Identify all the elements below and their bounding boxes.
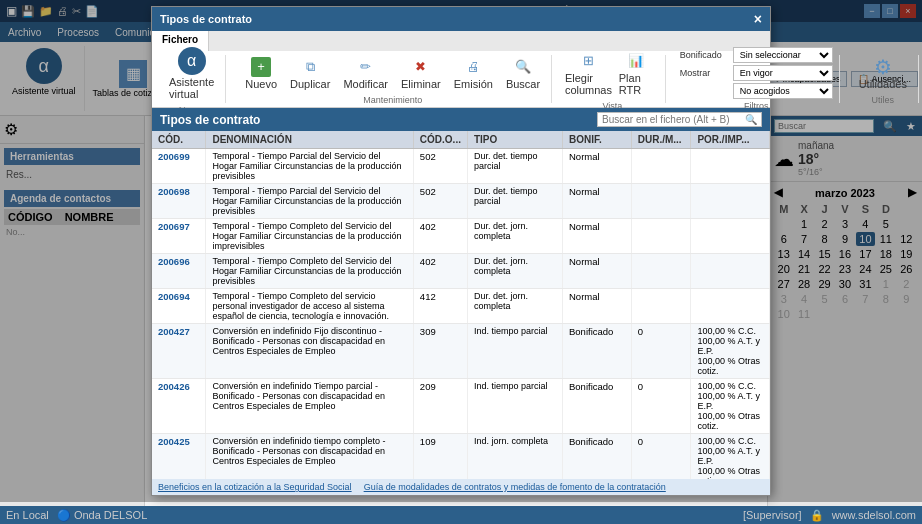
footer-link-1[interactable]: Beneficios en la cotización a la Segurid… bbox=[158, 482, 352, 492]
dialog-title: Tipos de contrato bbox=[160, 13, 252, 25]
mantenimiento-group-label: Mantenimiento bbox=[363, 95, 422, 105]
vista-btns: ⊞ Elegircolumnas 📊 Plan RTR bbox=[566, 48, 659, 99]
eliminar-btn[interactable]: ✖ Eliminar bbox=[396, 54, 446, 93]
table-row[interactable]: 200696 Temporal - Tiempo Completo del Se… bbox=[152, 254, 770, 289]
cell-tipo: Ind. tiempo parcial bbox=[467, 379, 562, 434]
bonificado-label: Bonificado bbox=[680, 50, 730, 60]
plan-rtr-label: Plan RTR bbox=[619, 72, 654, 96]
duplicar-btn[interactable]: ⧉ Duplicar bbox=[285, 54, 335, 93]
cell-bonif: Normal bbox=[562, 219, 631, 254]
cell-bonif: Normal bbox=[562, 149, 631, 184]
plan-rtr-icon: 📊 bbox=[626, 51, 646, 71]
modificar-icon: ✏ bbox=[356, 57, 376, 77]
cell-dur bbox=[631, 289, 691, 324]
dialog-close-button[interactable]: × bbox=[754, 11, 762, 27]
tipos-contrato-dialog: Tipos de contrato × Fichero α Asistentev… bbox=[151, 6, 771, 496]
dialog-search-input[interactable] bbox=[602, 114, 742, 125]
status-right: [Supervisor] 🔒 www.sdelsol.com bbox=[743, 509, 916, 522]
cell-tipo: Dur. det. jorn. completa bbox=[467, 254, 562, 289]
plan-rtr-btn[interactable]: 📊 Plan RTR bbox=[614, 48, 659, 99]
cell-codo: 402 bbox=[413, 254, 467, 289]
dialog-search-icon: 🔍 bbox=[745, 114, 757, 125]
dialog-titlebar: Tipos de contrato × bbox=[152, 7, 770, 31]
cell-codo: 402 bbox=[413, 219, 467, 254]
table-row[interactable]: 200698 Temporal - Tiempo Parcial del Ser… bbox=[152, 184, 770, 219]
cell-code: 200699 bbox=[152, 149, 206, 184]
asistente-virtual-label: Asistentevirtual bbox=[169, 76, 214, 100]
modificar-btn[interactable]: ✏ Modificar bbox=[338, 54, 393, 93]
asistente-virtual-icon: α bbox=[178, 47, 206, 75]
table-row[interactable]: 200427 Conversión en indefinido Fijo dis… bbox=[152, 324, 770, 379]
emision-icon: 🖨 bbox=[463, 57, 483, 77]
status-left: En Local 🔵 Onda DELSOL bbox=[6, 509, 147, 522]
elegir-columnas-icon: ⊞ bbox=[578, 51, 598, 71]
cell-name: Conversión en indefinido tiempo completo… bbox=[206, 434, 413, 480]
cell-bonif: Normal bbox=[562, 289, 631, 324]
nuevo-icon: + bbox=[251, 57, 271, 77]
th-tipo: TIPO bbox=[467, 131, 562, 149]
acogidos-row: No acogidos bbox=[680, 83, 833, 99]
footer-link-2[interactable]: Guía de modalidades de contratos y medid… bbox=[364, 482, 666, 492]
utilidades-icon: ⚙ bbox=[873, 57, 893, 77]
mostrar-select[interactable]: En vigor bbox=[733, 65, 833, 81]
status-local: En Local bbox=[6, 509, 49, 522]
cell-por bbox=[691, 289, 770, 324]
status-onda: 🔵 Onda DELSOL bbox=[57, 509, 147, 522]
duplicar-label: Duplicar bbox=[290, 78, 330, 90]
cell-tipo: Dur. det. jorn. completa bbox=[467, 219, 562, 254]
nuevo-btn[interactable]: + Nuevo bbox=[240, 54, 282, 93]
modificar-label: Modificar bbox=[343, 78, 388, 90]
cell-code: 200694 bbox=[152, 289, 206, 324]
filtros-controls: Bonificado Sin seleccionar Mostrar En vi… bbox=[680, 47, 833, 99]
utilidades-btn[interactable]: ⚙ Utilidades bbox=[854, 54, 912, 93]
cell-por: 100,00 % C.C.100,00 % A.T. y E.P.100,00 … bbox=[691, 434, 770, 480]
cell-por bbox=[691, 149, 770, 184]
cell-por bbox=[691, 219, 770, 254]
cell-name: Temporal - Tiempo Parcial del Servicio d… bbox=[206, 149, 413, 184]
cell-dur: 0 bbox=[631, 434, 691, 480]
cell-codo: 502 bbox=[413, 149, 467, 184]
bonificado-select[interactable]: Sin seleccionar bbox=[733, 47, 833, 63]
cell-por bbox=[691, 184, 770, 219]
table-row[interactable]: 200426 Conversión en indefinido Tiempo p… bbox=[152, 379, 770, 434]
emision-btn[interactable]: 🖨 Emisión bbox=[449, 54, 498, 93]
cell-bonif: Bonificado bbox=[562, 324, 631, 379]
elegir-columnas-btn[interactable]: ⊞ Elegircolumnas bbox=[566, 48, 611, 99]
cell-tipo: Dur. det. tiempo parcial bbox=[467, 184, 562, 219]
table-row[interactable]: 200425 Conversión en indefinido tiempo c… bbox=[152, 434, 770, 480]
dialog-utiles-group: ⚙ Utilidades Utiles bbox=[848, 55, 919, 103]
status-bar: En Local 🔵 Onda DELSOL [Supervisor] 🔒 ww… bbox=[0, 506, 922, 524]
contracts-table: CÓD. DENOMINACIÓN CÓD.O... TIPO BONIF. D… bbox=[152, 131, 770, 479]
table-container[interactable]: CÓD. DENOMINACIÓN CÓD.O... TIPO BONIF. D… bbox=[152, 131, 770, 479]
dialog-ribbon-content: α Asistentevirtual Atenea + Nuevo ⧉ bbox=[152, 51, 770, 107]
dialog-vista-group: ⊞ Elegircolumnas 📊 Plan RTR Vista bbox=[560, 55, 666, 103]
cell-code: 200427 bbox=[152, 324, 206, 379]
buscar-btn[interactable]: 🔍 Buscar bbox=[501, 54, 545, 93]
duplicar-icon: ⧉ bbox=[300, 57, 320, 77]
cell-bonif: Normal bbox=[562, 254, 631, 289]
mostrar-label: Mostrar bbox=[680, 68, 730, 78]
acogidos-select[interactable]: No acogidos bbox=[733, 83, 833, 99]
cell-code: 200425 bbox=[152, 434, 206, 480]
table-row[interactable]: 200697 Temporal - Tiempo Completo del Se… bbox=[152, 219, 770, 254]
mantenimiento-btns: + Nuevo ⧉ Duplicar ✏ Modificar ✖ bbox=[240, 54, 545, 93]
cell-codo: 412 bbox=[413, 289, 467, 324]
dialog-atenea-group: α Asistentevirtual Atenea bbox=[158, 55, 226, 103]
cell-code: 200696 bbox=[152, 254, 206, 289]
th-code: CÓD. bbox=[152, 131, 206, 149]
cell-tipo: Dur. det. tiempo parcial bbox=[467, 149, 562, 184]
th-dur: DUR./M... bbox=[631, 131, 691, 149]
asistente-virtual-btn[interactable]: α Asistentevirtual bbox=[164, 44, 219, 103]
dialog-mantenimiento-group: + Nuevo ⧉ Duplicar ✏ Modificar ✖ bbox=[234, 55, 552, 103]
eliminar-label: Eliminar bbox=[401, 78, 441, 90]
table-row[interactable]: 200699 Temporal - Tiempo Parcial del Ser… bbox=[152, 149, 770, 184]
nuevo-label: Nuevo bbox=[245, 78, 277, 90]
table-row[interactable]: 200694 Temporal - Tiempo Completo del se… bbox=[152, 289, 770, 324]
th-name: DENOMINACIÓN bbox=[206, 131, 413, 149]
cell-dur bbox=[631, 184, 691, 219]
cell-codo: 209 bbox=[413, 379, 467, 434]
dialog-ribbon-tabs: Fichero bbox=[152, 31, 770, 51]
table-header-row: CÓD. DENOMINACIÓN CÓD.O... TIPO BONIF. D… bbox=[152, 131, 770, 149]
status-website: www.sdelsol.com bbox=[832, 509, 916, 522]
buscar-label: Buscar bbox=[506, 78, 540, 90]
